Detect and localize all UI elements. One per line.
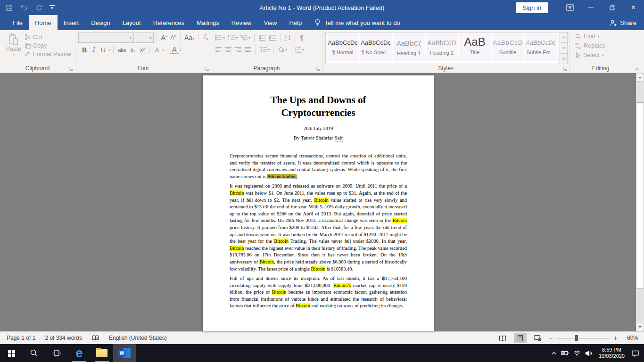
- paste-button[interactable]: Paste ▾: [3, 33, 25, 64]
- clipboard-dialog-launcher-icon[interactable]: [69, 67, 73, 71]
- tab-view[interactable]: View: [257, 15, 283, 30]
- clock[interactable]: 8:59 PM 19/03/2020: [599, 347, 625, 359]
- styles-dialog-launcher-icon[interactable]: [563, 67, 567, 71]
- action-center-icon[interactable]: [631, 350, 639, 357]
- tab-references[interactable]: References: [147, 15, 190, 30]
- paragraph-1[interactable]: Cryptocurrencies secure financial transa…: [230, 153, 407, 180]
- tell-me-box[interactable]: Tell me what you want to do: [314, 15, 400, 30]
- sign-in-button[interactable]: Sign in: [516, 2, 548, 13]
- scroll-down-icon[interactable]: [636, 323, 644, 331]
- tab-design[interactable]: Design: [85, 15, 116, 30]
- clear-formatting-button[interactable]: [201, 34, 209, 41]
- task-view-button[interactable]: [45, 344, 68, 362]
- underline-button[interactable]: U: [99, 46, 107, 54]
- multilevel-list-button[interactable]: ▾: [239, 34, 251, 41]
- ribbon-display-options-icon[interactable]: [559, 0, 580, 15]
- collapse-ribbon-icon[interactable]: [635, 68, 639, 71]
- font-dialog-launcher-icon[interactable]: [205, 67, 209, 71]
- shading-button[interactable]: ▾: [277, 47, 288, 53]
- align-left-button[interactable]: [214, 47, 223, 52]
- tab-review[interactable]: Review: [225, 15, 258, 30]
- numbering-button[interactable]: ▾: [227, 34, 239, 41]
- styles-more-icon[interactable]: [560, 54, 567, 64]
- align-right-button[interactable]: [234, 47, 243, 52]
- zoom-out-button[interactable]: −: [549, 334, 553, 342]
- save-icon[interactable]: [6, 4, 13, 11]
- style-title[interactable]: AaB Title: [459, 33, 491, 61]
- decrease-indent-button[interactable]: [257, 34, 267, 41]
- align-center-button[interactable]: [224, 47, 233, 52]
- format-painter-button[interactable]: Format Painter: [25, 51, 72, 58]
- italic-button[interactable]: I: [90, 46, 98, 54]
- taskbar-search-button[interactable]: [23, 344, 45, 362]
- shrink-font-button[interactable]: A▾: [169, 34, 177, 41]
- subscript-button[interactable]: x₂: [129, 47, 137, 53]
- volume-icon[interactable]: [585, 350, 592, 356]
- increase-indent-button[interactable]: [268, 34, 277, 41]
- start-button[interactable]: [0, 344, 23, 362]
- show-hide-pilcrow-button[interactable]: ¶: [299, 34, 305, 41]
- vertical-scrollbar[interactable]: [636, 73, 644, 331]
- zoom-in-button[interactable]: +: [614, 334, 618, 342]
- language-indicator[interactable]: English (United States): [109, 335, 167, 341]
- font-name-combo[interactable]: ▾: [78, 33, 134, 43]
- undo-icon[interactable]: [20, 4, 28, 11]
- style-heading-1[interactable]: AaBbC( Heading 1: [393, 33, 425, 61]
- justify-button[interactable]: [244, 47, 253, 52]
- taskbar-file-explorer-button[interactable]: [91, 344, 113, 362]
- style-heading-2[interactable]: AaBbCcD Heading 2: [426, 33, 458, 61]
- proofing-errors-icon[interactable]: [91, 335, 99, 341]
- zoom-slider[interactable]: [557, 338, 609, 338]
- paragraph-2[interactable]: It was registered on 2008 and released a…: [230, 183, 407, 272]
- copy-button[interactable]: Copy: [25, 42, 72, 49]
- tray-chevron-up-icon[interactable]: [551, 351, 557, 355]
- word-count[interactable]: 2 of 334 words: [45, 335, 82, 341]
- change-case-button[interactable]: Aa▾: [183, 34, 195, 41]
- tab-file[interactable]: File: [7, 15, 29, 30]
- paragraph-dialog-launcher-icon[interactable]: [316, 67, 320, 71]
- grow-font-button[interactable]: A▴: [160, 34, 168, 41]
- find-button[interactable]: Find ▾: [575, 33, 630, 40]
- scrollbar-thumb[interactable]: [636, 102, 644, 288]
- document-page[interactable]: The Ups and Downs of Cryptocurrencies 20…: [203, 75, 434, 331]
- style-subtle-emphasis[interactable]: AaBbCcDc Subtle Em...: [525, 33, 557, 61]
- superscript-button[interactable]: x²: [138, 47, 147, 53]
- tab-mailings[interactable]: Mailings: [190, 15, 225, 30]
- bullets-button[interactable]: ▾: [214, 34, 226, 41]
- minimize-button[interactable]: [580, 0, 602, 15]
- wifi-icon[interactable]: [573, 350, 581, 356]
- close-button[interactable]: ×: [623, 0, 644, 15]
- cut-button[interactable]: Cut: [25, 34, 72, 41]
- print-layout-icon[interactable]: [514, 333, 527, 343]
- battery-icon[interactable]: [561, 350, 569, 356]
- read-mode-icon[interactable]: [496, 333, 509, 343]
- taskbar-edge-button[interactable]: e: [68, 344, 91, 362]
- paragraph-3[interactable]: Full of ups and downs since its inceptio…: [230, 275, 407, 310]
- zoom-slider-thumb[interactable]: [575, 335, 578, 341]
- tab-insert[interactable]: Insert: [58, 15, 85, 30]
- text-effects-button[interactable]: A: [153, 46, 161, 54]
- replace-button[interactable]: ab⇢ac Replace: [575, 42, 630, 49]
- style-no-spacing[interactable]: AaBbCcDc ¶ No Spac...: [360, 33, 392, 61]
- zoom-level[interactable]: 60%: [622, 335, 638, 341]
- font-size-combo[interactable]: ▾: [135, 33, 154, 43]
- borders-button[interactable]: ▾: [294, 47, 305, 53]
- taskbar-word-button[interactable]: W: [113, 344, 136, 362]
- underline-caret-icon[interactable]: ▾: [108, 48, 110, 52]
- customize-qat-icon[interactable]: ▾: [50, 5, 55, 10]
- web-layout-icon[interactable]: [531, 333, 544, 343]
- tab-layout[interactable]: Layout: [116, 15, 147, 30]
- scroll-up-icon[interactable]: [636, 73, 644, 82]
- select-button[interactable]: Select ▾: [575, 52, 630, 58]
- restore-button[interactable]: [602, 0, 623, 15]
- share-button[interactable]: Share: [610, 15, 644, 30]
- redo-icon[interactable]: [35, 4, 42, 11]
- sort-button[interactable]: AZ: [283, 34, 293, 41]
- tab-help[interactable]: Help: [283, 15, 308, 30]
- bold-button[interactable]: B: [80, 46, 89, 54]
- styles-scroll-down-icon[interactable]: [560, 43, 567, 53]
- styles-scroll-up-icon[interactable]: [560, 33, 567, 43]
- line-spacing-button[interactable]: ▾: [259, 47, 271, 52]
- font-color-button[interactable]: A: [170, 46, 179, 54]
- strikethrough-button[interactable]: abc: [116, 47, 128, 53]
